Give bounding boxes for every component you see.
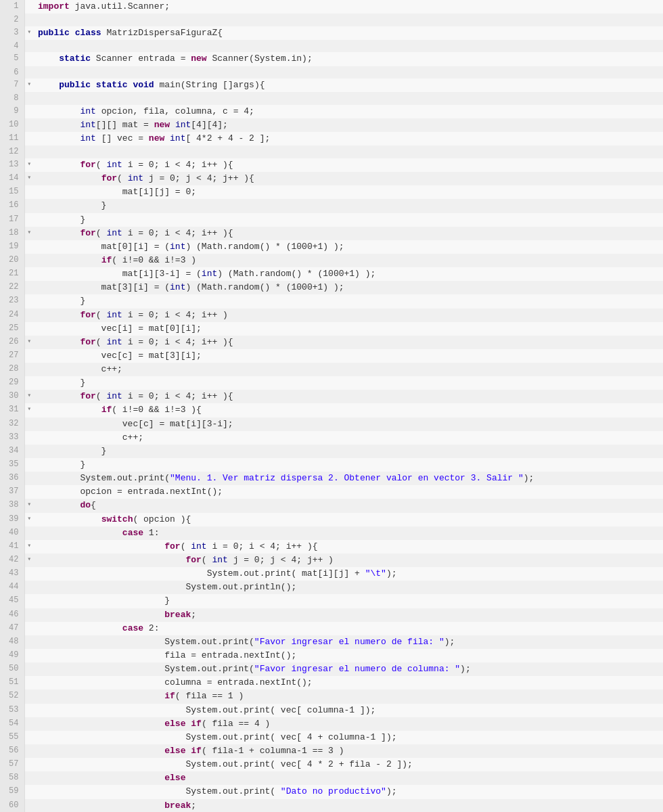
fold-indicator [24,649,34,662]
code-line[interactable]: System.out.print( vec[ columna-1 ]); [34,704,663,717]
fold-indicator[interactable]: ▾ [24,26,34,40]
code-line[interactable]: break; [34,799,663,812]
line-number: 12 [0,145,24,158]
code-line[interactable]: System.out.print( vec[ 4 * 2 + fila - 2 … [34,758,663,771]
code-line[interactable]: columna = entrada.nextInt(); [34,676,663,690]
code-line[interactable]: mat[i][j] = 0; [34,185,663,199]
fold-indicator [24,458,34,472]
fold-indicator[interactable]: ▾ [24,336,34,349]
table-row: 56 else if( fila-1 + columna-1 == 3 ) [0,744,663,758]
code-line[interactable]: } [34,594,663,608]
code-line[interactable] [34,92,663,105]
line-number: 8 [0,92,24,105]
table-row: 22 mat[3][i] = (int) (Math.random() * (1… [0,281,663,294]
code-line[interactable]: System.out.println(); [34,581,663,594]
code-line[interactable]: System.out.print( "Dato no productivo"); [34,785,663,798]
fold-indicator[interactable]: ▾ [24,172,34,185]
code-line[interactable]: } [34,376,663,390]
code-line[interactable]: c++; [34,431,663,445]
table-row: 40 case 1: [0,526,663,540]
code-line[interactable]: else [34,771,663,785]
table-row: 26▾ for( int i = 0; i < 4; i++ ){ [0,336,663,349]
table-row: 32 vec[c] = mat[i][3-i]; [0,418,663,431]
code-line[interactable]: public class MatrizDispersaFiguraZ{ [34,26,663,40]
code-line[interactable]: for( int i = 0; i < 4; i++ ) [34,309,663,322]
code-line[interactable]: for( int i = 0; i < 4; i++ ){ [34,336,663,349]
code-line[interactable]: public static void main(String []args){ [34,78,663,92]
fold-indicator[interactable]: ▾ [24,554,34,567]
code-line[interactable]: break; [34,608,663,622]
code-line[interactable]: } [34,458,663,472]
code-line[interactable]: import java.util.Scanner; [34,0,663,14]
code-line[interactable]: System.out.print("Favor ingresar el nume… [34,635,663,649]
table-row: 46 break; [0,608,663,622]
code-line[interactable]: vec[i] = mat[0][i]; [34,322,663,336]
code-line[interactable]: do{ [34,499,663,512]
code-line[interactable]: System.out.print( mat[i][j] + "\t"); [34,567,663,581]
code-line[interactable] [34,14,663,26]
fold-indicator [24,445,34,458]
code-line[interactable]: for( int j = 0; j < 4; j++ ){ [34,172,663,185]
line-number: 16 [0,199,24,212]
code-container: 1import java.util.Scanner;23▾public clas… [0,0,663,812]
code-line[interactable]: for( int j = 0; j < 4; j++ ) [34,554,663,567]
line-number: 49 [0,649,24,662]
table-row: 51 columna = entrada.nextInt(); [0,676,663,690]
fold-indicator[interactable]: ▾ [24,227,34,240]
fold-indicator[interactable]: ▾ [24,540,34,554]
code-line[interactable]: for( int i = 0; i < 4; i++ ){ [34,158,663,172]
code-line[interactable]: case 2: [34,622,663,635]
fold-indicator[interactable]: ▾ [24,513,34,526]
code-line[interactable]: } [34,199,663,212]
code-line[interactable]: } [34,294,663,308]
code-line[interactable]: mat[0][i] = (int) (Math.random() * (1000… [34,240,663,254]
code-line[interactable]: vec[c] = mat[i][3-i]; [34,418,663,431]
code-line[interactable]: if( i!=0 && i!=3 ){ [34,403,663,417]
table-row: 20 if( i!=0 && i!=3 ) [0,254,663,267]
code-line[interactable]: System.out.print( vec[ 4 + columna-1 ]); [34,731,663,744]
code-line[interactable] [34,40,663,53]
fold-indicator[interactable]: ▾ [24,78,34,92]
code-line[interactable]: int [] vec = new int[ 4*2 + 4 - 2 ]; [34,132,663,145]
fold-indicator[interactable]: ▾ [24,403,34,417]
table-row: 44 System.out.println(); [0,581,663,594]
line-number: 5 [0,52,24,66]
code-line[interactable]: if( fila == 1 ) [34,690,663,703]
table-row: 45 } [0,594,663,608]
code-line[interactable]: for( int i = 0; i < 4; i++ ){ [34,227,663,240]
table-row: 49 fila = entrada.nextInt(); [0,649,663,662]
code-line[interactable]: System.out.print("Menu. 1. Ver matriz di… [34,472,663,485]
table-row: 23 } [0,294,663,308]
code-line[interactable]: fila = entrada.nextInt(); [34,649,663,662]
code-line[interactable]: } [34,213,663,227]
code-line[interactable]: mat[3][i] = (int) (Math.random() * (1000… [34,281,663,294]
code-line[interactable]: c++; [34,363,663,376]
code-line[interactable] [34,145,663,158]
code-line[interactable]: } [34,445,663,458]
code-line[interactable]: vec[c] = mat[3][i]; [34,349,663,363]
code-line[interactable]: int[][] mat = new int[4][4]; [34,118,663,132]
fold-indicator[interactable]: ▾ [24,158,34,172]
code-line[interactable]: else if( fila == 4 ) [34,717,663,731]
fold-indicator [24,349,34,363]
code-line[interactable]: if( i!=0 && i!=3 ) [34,254,663,267]
code-line[interactable]: opcion = entrada.nextInt(); [34,485,663,499]
fold-indicator[interactable]: ▾ [24,390,34,403]
fold-indicator [24,66,34,79]
fold-indicator [24,594,34,608]
code-line[interactable]: mat[i][3-i] = (int) (Math.random() * (10… [34,267,663,281]
code-line[interactable]: System.out.print("Favor ingresar el nume… [34,662,663,676]
code-line[interactable]: for( int i = 0; i < 4; i++ ){ [34,540,663,554]
code-line[interactable] [34,66,663,79]
code-line[interactable]: else if( fila-1 + columna-1 == 3 ) [34,744,663,758]
code-line[interactable]: static Scanner entrada = new Scanner(Sys… [34,52,663,66]
code-line[interactable]: int opcion, fila, columna, c = 4; [34,105,663,118]
fold-indicator[interactable]: ▾ [24,499,34,512]
code-line[interactable]: for( int i = 0; i < 4; i++ ){ [34,390,663,403]
line-number: 15 [0,185,24,199]
code-line[interactable]: case 1: [34,526,663,540]
fold-indicator [24,309,34,322]
line-number: 17 [0,213,24,227]
fold-indicator [24,145,34,158]
code-line[interactable]: switch( opcion ){ [34,513,663,526]
